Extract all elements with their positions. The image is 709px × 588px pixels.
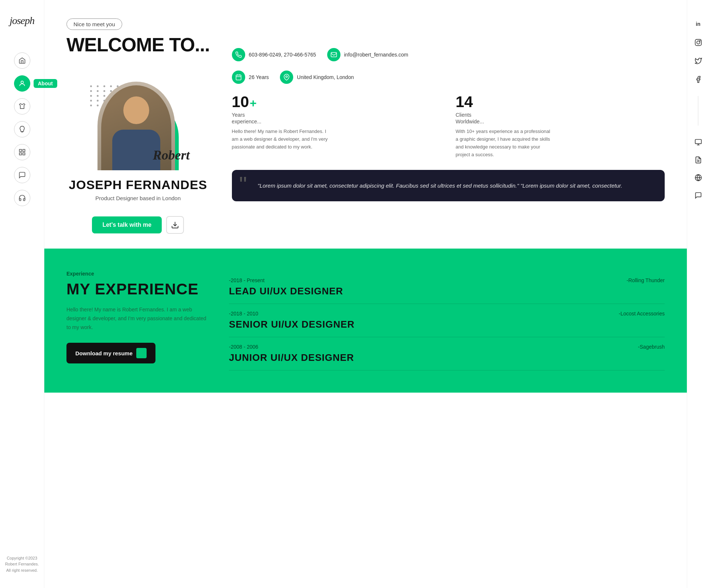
nice-to-meet-badge: Nice to meet you [66, 18, 122, 30]
exp-meta-3: -2008 - 2006 -Sagebrush [229, 344, 665, 350]
home-icon [18, 57, 26, 64]
note-icon [695, 156, 702, 164]
shirt-icon [18, 103, 26, 110]
email-text: info@robert_fernandes.com [344, 52, 408, 58]
download-resume-button[interactable]: Download my resume [66, 343, 155, 363]
exp-role-1: LEAD UI/UX DESIGNER [229, 286, 665, 297]
twitter-icon [695, 57, 702, 65]
globe-tool-button[interactable] [693, 172, 704, 183]
copyright-text: Copyright ©2023 Robert Fernandes. All ri… [0, 555, 44, 574]
stats-section: 10+ Yearsexperience... Hello there! My n… [232, 93, 665, 159]
exp-entry-1: -2018 - Present -Rolling Thunder LEAD UI… [229, 271, 665, 304]
arrow-icon [138, 350, 144, 356]
exp-entry-2: -2018 - 2010 -Locost Accessories SENIOR … [229, 304, 665, 337]
experience-desc: Hello there! My name is Robert Fernandes… [66, 305, 207, 332]
age-text: 26 Years [249, 74, 269, 80]
exp-meta-2: -2018 - 2010 -Locost Accessories [229, 311, 665, 317]
twitter-button[interactable] [693, 55, 704, 66]
phone-text: 603-896-0249, 270-466-5765 [249, 52, 316, 58]
note-tool-button[interactable] [693, 154, 704, 165]
instagram-button[interactable] [693, 37, 704, 48]
experience-left: Experience MY EXPERIENCE Hello there! My… [66, 271, 207, 370]
experience-tag: Experience [66, 271, 207, 277]
svg-line-13 [140, 352, 143, 355]
exp-period-3: -2008 - 2006 [229, 344, 258, 350]
contact-row-2: 26 Years United Kingdom, London [232, 71, 665, 84]
nav-items: About [14, 52, 30, 206]
signature: Robert [153, 147, 190, 163]
message-icon [695, 192, 702, 199]
sidebar-item-idea[interactable] [14, 121, 30, 137]
experience-title: MY EXPERIENCE [66, 280, 207, 298]
exp-role-3: JUNIOR UI/UX DESIGNER [229, 352, 665, 363]
download-icon-button[interactable] [166, 216, 184, 234]
exp-period-1: -2018 - Present [229, 277, 265, 283]
stat-experience-label: Yearsexperience... [232, 112, 441, 125]
stat-clients-number: 14 [456, 93, 665, 111]
contact-location: United Kingdom, London [280, 71, 354, 84]
stat-experience-number: 10+ [232, 93, 441, 111]
monitor-icon [695, 139, 702, 146]
exp-meta-1: -2018 - Present -Rolling Thunder [229, 277, 665, 283]
profile-area: Robert JOSEPH FERNANDES Product Designer… [66, 74, 210, 234]
right-sidebar: in [687, 0, 709, 588]
svg-point-12 [286, 76, 288, 78]
age-icon-bg [232, 71, 245, 84]
monitor-tool-button[interactable] [693, 137, 704, 148]
quote-text: "Lorem ipsum dolor sit amet, consectetur… [247, 181, 650, 191]
linkedin-button[interactable]: in [693, 18, 704, 30]
svg-rect-5 [23, 153, 25, 155]
sidebar-item-skills[interactable] [14, 98, 30, 114]
profile-name: JOSEPH FERNANDES [69, 178, 207, 192]
sidebar-item-chat[interactable] [14, 167, 30, 183]
message-tool-button[interactable] [693, 190, 704, 201]
calendar-icon [235, 74, 242, 81]
about-label: About [34, 79, 57, 88]
page-wrapper: joseph About [0, 0, 709, 588]
resume-arrow-icon [136, 348, 147, 358]
exp-company-2: -Locost Accessories [619, 311, 665, 317]
stat-experience: 10+ Yearsexperience... Hello there! My n… [232, 93, 441, 159]
svg-point-0 [21, 81, 23, 83]
exp-role-2: SENIOR UI/UX DESIGNER [229, 319, 665, 330]
profile-subtitle: Product Designer based in London [95, 195, 181, 201]
facebook-button[interactable] [693, 74, 704, 85]
about-icon [18, 80, 26, 87]
hero-left: Nice to meet you WELCOME TO... [66, 18, 210, 234]
sidebar-item-about[interactable]: About [14, 75, 30, 92]
quote-mark: " [239, 174, 247, 196]
logo: joseph [10, 15, 34, 27]
grid-icon [18, 148, 26, 156]
facebook-icon [695, 76, 702, 83]
contact-row-1: 603-896-0249, 270-466-5765 info@robert_f… [232, 48, 665, 61]
download-icon [171, 221, 179, 229]
location-text: United Kingdom, London [297, 74, 354, 80]
person-head [123, 96, 149, 124]
instagram-icon [695, 39, 702, 46]
svg-rect-2 [19, 150, 21, 152]
sidebar-item-headphones[interactable] [14, 190, 30, 206]
right-tools [693, 137, 704, 201]
chat-icon [18, 171, 26, 179]
talk-button[interactable]: Let's talk with me [92, 216, 162, 233]
svg-rect-8 [236, 75, 241, 80]
experience-section: Experience MY EXPERIENCE Hello there! My… [44, 249, 687, 393]
resume-button-label: Download my resume [75, 350, 133, 356]
svg-rect-4 [19, 153, 21, 155]
contact-email: info@robert_fernandes.com [327, 48, 408, 61]
sidebar-item-home[interactable] [14, 52, 30, 69]
hero-section: Nice to meet you WELCOME TO... [44, 0, 687, 249]
svg-rect-17 [695, 140, 701, 144]
email-icon [330, 51, 337, 58]
exp-entry-3: -2008 - 2006 -Sagebrush JUNIOR UI/UX DES… [229, 337, 665, 370]
svg-point-16 [699, 41, 700, 41]
map-pin-icon [283, 74, 290, 81]
experience-right: -2018 - Present -Rolling Thunder LEAD UI… [229, 271, 665, 370]
exp-period-2: -2018 - 2010 [229, 311, 258, 317]
exp-company-1: -Rolling Thunder [627, 277, 665, 283]
svg-rect-3 [23, 150, 25, 152]
sidebar-item-portfolio[interactable] [14, 144, 30, 160]
headphones-icon [18, 194, 26, 202]
main-content: Nice to meet you WELCOME TO... [44, 0, 687, 588]
phone-icon [235, 51, 242, 58]
